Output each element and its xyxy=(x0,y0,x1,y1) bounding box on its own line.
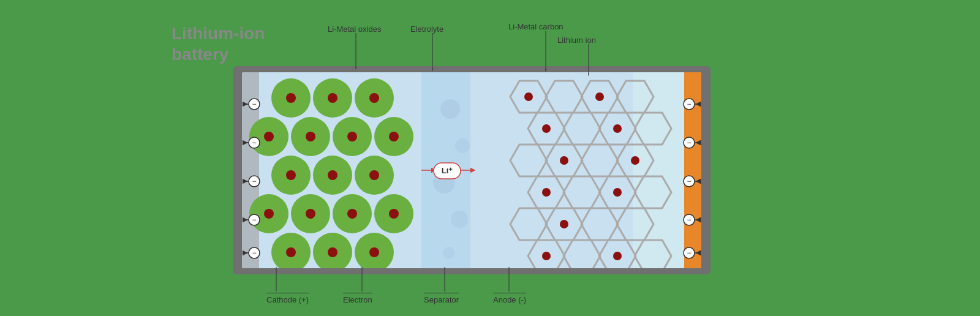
electron-line xyxy=(361,267,363,294)
svg-marker-41 xyxy=(546,81,582,113)
svg-point-40 xyxy=(524,92,533,101)
lithium-ion-line xyxy=(588,44,589,78)
svg-marker-73 xyxy=(635,240,671,268)
diagram-title: Lithium-ion battery xyxy=(172,23,265,64)
svg-point-56 xyxy=(631,156,639,165)
svg-point-34 xyxy=(440,99,460,119)
li-metal-carbon-label: Li-Metal carbon xyxy=(508,22,564,31)
separator-label: Separator xyxy=(424,293,459,304)
svg-marker-63 xyxy=(510,208,547,240)
cathode-line xyxy=(276,267,277,294)
svg-point-31 xyxy=(328,247,337,257)
svg-point-38 xyxy=(443,247,455,259)
svg-point-46 xyxy=(542,124,551,133)
svg-text:−: − xyxy=(252,100,256,108)
li-metal-carbon-line xyxy=(545,31,546,73)
svg-point-58 xyxy=(542,188,551,197)
svg-marker-115 xyxy=(588,73,589,77)
svg-point-61 xyxy=(613,188,622,197)
svg-marker-67 xyxy=(617,208,654,240)
svg-point-49 xyxy=(613,124,622,133)
svg-point-5 xyxy=(369,93,379,103)
svg-point-15 xyxy=(286,170,296,180)
svg-point-37 xyxy=(451,211,468,228)
svg-marker-50 xyxy=(635,113,671,145)
svg-marker-44 xyxy=(617,81,654,113)
svg-point-43 xyxy=(595,92,604,101)
diagram-container: Lithium-ion battery xyxy=(153,17,827,299)
svg-text:−: − xyxy=(252,177,256,186)
svg-point-11 xyxy=(347,132,357,141)
svg-point-1 xyxy=(286,93,296,103)
svg-point-13 xyxy=(389,132,399,141)
svg-point-33 xyxy=(369,247,379,257)
svg-text:−: − xyxy=(252,249,256,257)
anode-line xyxy=(508,267,510,294)
svg-marker-109 xyxy=(355,67,356,70)
cathode-label: Cathode (+) xyxy=(266,293,309,304)
svg-marker-113 xyxy=(545,69,546,72)
lithium-ion-label: Lithium ion xyxy=(557,36,596,45)
svg-point-65 xyxy=(560,220,568,228)
svg-point-29 xyxy=(286,247,296,257)
svg-marker-59 xyxy=(564,176,600,208)
electron-label: Electron xyxy=(343,293,372,304)
svg-text:−: − xyxy=(687,100,691,108)
svg-point-27 xyxy=(389,209,399,219)
svg-point-53 xyxy=(560,156,568,165)
svg-point-25 xyxy=(347,209,357,219)
battery-diagram-svg: − − − − − − − xyxy=(242,72,701,268)
li-metal-oxides-label: Li-Metal oxides xyxy=(328,24,381,34)
svg-point-72 xyxy=(613,252,622,260)
svg-marker-47 xyxy=(564,113,600,145)
svg-point-17 xyxy=(328,170,337,180)
svg-text:−: − xyxy=(687,138,691,147)
anode-label: Anode (-) xyxy=(493,293,526,304)
svg-marker-51 xyxy=(510,145,547,176)
svg-text:−: − xyxy=(687,249,691,257)
svg-text:−: − xyxy=(252,216,256,224)
svg-marker-70 xyxy=(564,240,600,268)
svg-text:−: − xyxy=(687,216,691,224)
svg-marker-62 xyxy=(635,176,671,208)
electrolyte-label: Eletrolyte xyxy=(410,24,443,34)
svg-point-3 xyxy=(328,93,337,103)
svg-point-21 xyxy=(264,209,274,219)
svg-point-23 xyxy=(306,209,315,219)
separator-line xyxy=(444,267,445,294)
svg-text:Li⁺: Li⁺ xyxy=(442,166,453,175)
svg-point-9 xyxy=(306,132,315,141)
title-line2: battery xyxy=(172,45,228,64)
title-line1: Lithium-ion xyxy=(172,24,265,43)
svg-point-19 xyxy=(369,170,379,180)
svg-point-7 xyxy=(264,132,274,141)
svg-marker-54 xyxy=(581,145,618,176)
svg-point-35 xyxy=(455,138,470,153)
svg-text:−: − xyxy=(252,138,256,147)
li-metal-oxides-line xyxy=(355,33,356,70)
svg-marker-111 xyxy=(432,69,433,72)
electrolyte-line xyxy=(432,33,433,73)
svg-text:−: − xyxy=(687,177,691,186)
svg-point-69 xyxy=(542,252,551,260)
svg-marker-66 xyxy=(581,208,618,240)
